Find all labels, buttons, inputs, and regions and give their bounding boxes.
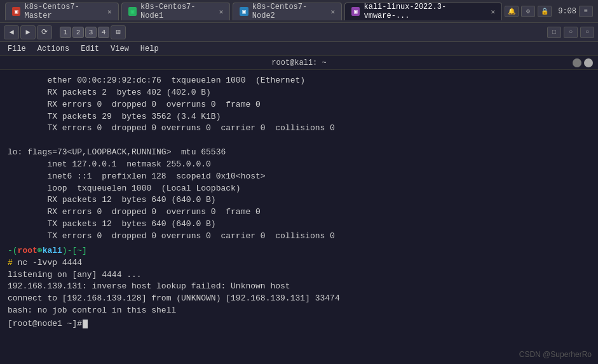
tab-icon-master: ▣ <box>12 7 20 16</box>
prompt-at: ⊛ <box>37 246 43 255</box>
nc-line-2: 192.168.139.131: inverse host lookup fai… <box>8 281 290 291</box>
hash-symbol: # <box>8 258 18 267</box>
menu-actions[interactable]: Actions <box>32 43 74 55</box>
grid-button[interactable]: ⊞ <box>111 25 126 39</box>
terminal-content[interactable]: ether 00:0c:29:92:dc:76 txqueuelen 1000 … <box>0 70 598 364</box>
nc-line-4: bash: no job control in this shell <box>8 306 176 315</box>
tab-kali[interactable]: ▣ kali-linux-2022.3-vmware-... ✕ <box>344 3 502 20</box>
terminal-cursor <box>83 320 88 328</box>
tab-label-node1: k8s-Centos7-Node1 <box>140 3 215 20</box>
tab-close-node2[interactable]: ✕ <box>330 8 335 16</box>
nav-forward-button[interactable]: ▶ <box>20 25 36 39</box>
workspace-2-button[interactable]: 2 <box>72 27 84 38</box>
title-bar: ▣ k8s-Centos7-Master ✕ ▣ k8s-Centos7-Nod… <box>0 0 598 23</box>
terminal-output-lines: ether 00:0c:29:92:dc:76 txqueuelen 1000 … <box>8 75 590 243</box>
workspace-3-button[interactable]: 3 <box>85 27 97 38</box>
lock-button[interactable]: 🔒 <box>538 6 552 17</box>
terminal-line-rxerr1: RX errors 0 dropped 0 overruns 0 frame 0 <box>8 207 261 217</box>
tab-label-master: k8s-Centos7-Master <box>24 3 104 20</box>
menu-bar: File Actions Edit View Help <box>0 42 598 56</box>
tab-close-kali[interactable]: ✕ <box>491 8 496 16</box>
nav-back-button[interactable]: ◀ <box>4 25 19 39</box>
tab-k8s-node1[interactable]: ▣ k8s-Centos7-Node1 ✕ <box>121 3 231 20</box>
prompt-root: root <box>18 246 37 255</box>
minimize-button[interactable]: 🔔 <box>505 6 519 17</box>
tab-label-node2: k8s-Centos7-Node2 <box>252 3 327 20</box>
terminal-line-rx1: RX packets 12 bytes 640 (640.0 B) <box>8 195 216 205</box>
tab-close-master[interactable]: ✕ <box>107 8 112 16</box>
terminal-line-lo: lo: flags=73<UP,LOOPBACK,RUNNING> mtu 65… <box>8 147 226 157</box>
final-prompt-text: [root@node1 ~]# <box>8 318 82 330</box>
terminal-title-bar: root@kali: ~ <box>0 56 598 70</box>
terminal-line-5: TX errors 0 dropped 0 overruns 0 carrier… <box>8 123 335 133</box>
prompt-bracket: )-[~] <box>62 246 87 255</box>
command-text: nc -lvvp 4444 <box>18 258 82 267</box>
settings-button[interactable]: ≡ <box>579 6 593 17</box>
terminal-line-3: RX errors 0 dropped 0 overruns 0 frame 0 <box>8 100 261 109</box>
terminal-line-tx1: TX packets 12 bytes 640 (640.0 B) <box>8 219 216 229</box>
tab-k8s-node2[interactable]: ▣ k8s-Centos7-Node2 ✕ <box>233 3 342 20</box>
menu-file[interactable]: File <box>3 43 31 55</box>
terminal-window-buttons <box>573 58 593 67</box>
terminal-line-inet6: inet6 ::1 prefixlen 128 scopeid 0x10<hos… <box>8 172 266 181</box>
menu-edit[interactable]: Edit <box>76 43 104 55</box>
command-line: # nc -lvvp 4444 <box>8 257 590 269</box>
tab-icon-node1: ▣ <box>128 7 137 16</box>
prompt-host: kali <box>43 246 62 255</box>
workspace-4-button[interactable]: 4 <box>98 27 109 38</box>
terminal-line-1: ether 00:0c:29:92:dc:76 txqueuelen 1000 … <box>8 76 305 85</box>
window-controls: 🔔 ⚙ 🔒 9:08 ≡ <box>505 6 593 17</box>
terminal-line-txerr1: TX errors 0 dropped 0 overruns 0 carrier… <box>8 231 335 241</box>
tab-icon-node2: ▣ <box>240 7 248 16</box>
nc-line-3: connect to [192.168.139.128] from (UNKNO… <box>8 293 340 303</box>
nc-line-1: listening on [any] 4444 ... <box>8 270 142 280</box>
terminal-line-2: RX packets 2 bytes 402 (402.0 B) <box>8 88 211 97</box>
terminal-maximize[interactable] <box>584 58 593 67</box>
tab-close-node1[interactable]: ✕ <box>219 8 224 16</box>
close-window-button[interactable]: ○ <box>580 27 594 38</box>
toolbar-right: □ ○ ○ <box>547 27 594 38</box>
tab-icon-kali: ▣ <box>351 7 360 16</box>
menu-view[interactable]: View <box>105 43 134 55</box>
final-prompt-line: [root@node1 ~]# <box>8 318 590 330</box>
menu-help[interactable]: Help <box>135 43 164 55</box>
bell-button[interactable]: ⚙ <box>521 6 535 17</box>
terminal-title-text: root@kali: ~ <box>271 58 326 67</box>
terminal-minimize[interactable] <box>573 58 581 67</box>
watermark: CSDN @SuperherRo <box>519 349 592 360</box>
nc-output: listening on [any] 4444 ... 192.168.139.… <box>8 269 590 317</box>
info-button[interactable]: ○ <box>564 27 578 38</box>
prompt-user: -( <box>8 246 18 255</box>
fullscreen-button[interactable]: □ <box>547 27 561 38</box>
clock-display: 9:08 <box>558 7 576 16</box>
terminal-line-inet: inet 127.0.0.1 netmask 255.0.0.0 <box>8 159 211 169</box>
workspace-1-button[interactable]: 1 <box>60 27 71 38</box>
refresh-button[interactable]: ⟳ <box>37 25 52 39</box>
tab-k8s-master[interactable]: ▣ k8s-Centos7-Master ✕ <box>5 3 119 20</box>
terminal-line-loop: loop txqueuelen 1000 (Local Loopback) <box>8 184 241 193</box>
prompt-block: -(root⊛kali)-[~] <box>8 245 590 257</box>
toolbar: ◀ ▶ ⟳ 1 2 3 4 ⊞ □ ○ ○ <box>0 23 598 42</box>
tab-label-kali: kali-linux-2022.3-vmware-... <box>364 3 487 20</box>
terminal-line-4: TX packets 29 bytes 3562 (3.4 KiB) <box>8 112 221 121</box>
